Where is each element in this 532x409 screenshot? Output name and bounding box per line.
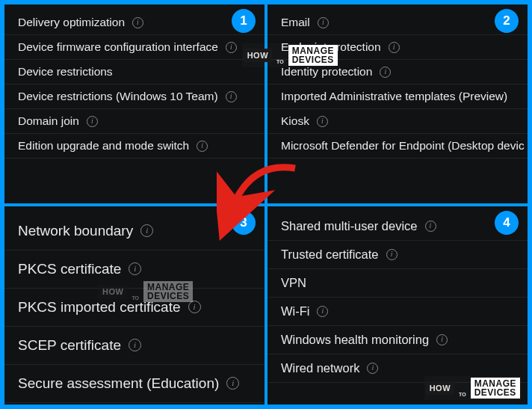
panel-1: Delivery optimizationiDevice firmware co…	[4, 4, 265, 203]
profile-type-item[interactable]: Delivery optimizationi	[4, 10, 265, 35]
badge-2: 2	[495, 9, 519, 33]
profile-type-item[interactable]: Kioski	[267, 109, 528, 134]
watermark-text: MANAGE DEVICES	[288, 45, 338, 66]
profile-type-label: Domain join	[18, 114, 79, 128]
info-icon[interactable]: i	[317, 306, 328, 317]
badge-1: 1	[232, 9, 256, 33]
badge-3: 3	[232, 211, 256, 235]
profile-type-item[interactable]: Windows health monitoringi	[267, 326, 528, 354]
profile-type-item[interactable]: Device firmware configuration interfacei	[4, 35, 265, 60]
profile-type-label: Microsoft Defender for Endpoint (Desktop…	[281, 139, 525, 153]
profile-type-item[interactable]: Microsoft Defender for Endpoint (Desktop…	[267, 134, 528, 159]
profile-type-label: Wi-Fi	[281, 304, 309, 319]
profile-type-label: Windows health monitoring	[281, 333, 429, 347]
info-icon[interactable]: i	[367, 363, 378, 374]
watermark-logo: HOW TO MANAGE DEVICES	[424, 376, 522, 400]
watermark-text: MANAGE DEVICES	[143, 281, 193, 302]
profile-type-item[interactable]: Device restrictions	[4, 60, 265, 84]
info-icon[interactable]: i	[226, 42, 237, 53]
panel-4: Shared multi-user deviceiTrusted certifi…	[267, 206, 528, 405]
profile-type-label: SCEP certificate	[18, 337, 121, 354]
watermark-logo: HOW TO MANAGE DEVICES	[242, 43, 339, 67]
info-icon[interactable]: i	[226, 377, 239, 390]
info-icon[interactable]: i	[436, 334, 448, 345]
profile-type-label: Wired network	[281, 361, 359, 375]
profile-type-label: Trusted certificate	[281, 247, 379, 262]
profile-type-item[interactable]: Trusted certificatei	[267, 241, 528, 269]
profile-type-label: Secure assessment (Education)	[18, 375, 219, 392]
profile-type-label: VPN	[281, 276, 306, 290]
profile-type-label: PKCS certificate	[18, 261, 121, 277]
profile-type-item[interactable]: Emaili	[267, 10, 528, 35]
profile-type-item[interactable]: Wi-Fii	[267, 298, 528, 326]
info-icon[interactable]: i	[425, 221, 436, 232]
info-icon[interactable]: i	[317, 116, 328, 127]
watermark-how: HOW	[99, 285, 127, 298]
profile-type-item[interactable]: VPN	[267, 269, 528, 298]
profile-type-item[interactable]: Secure assessment (Education)i	[4, 365, 265, 403]
profile-type-label: Device restrictions	[18, 65, 113, 79]
watermark-how: HOW	[244, 49, 272, 62]
info-icon[interactable]: i	[140, 224, 153, 237]
info-icon[interactable]: i	[386, 249, 398, 260]
profile-type-label: Imported Administrative templates (Previ…	[281, 90, 507, 103]
profile-type-label: Delivery optimization	[18, 16, 125, 29]
profile-type-item[interactable]: Device restrictions (Windows 10 Team)i	[4, 84, 265, 109]
profile-type-item[interactable]: SCEP certificatei	[4, 327, 265, 365]
info-icon[interactable]: i	[132, 17, 143, 28]
profile-type-label: Network boundary	[18, 223, 133, 239]
profile-type-item[interactable]: Shared multi-user devicei	[267, 212, 528, 241]
profile-type-item[interactable]: Edition upgrade and mode switchi	[4, 134, 265, 159]
info-icon[interactable]: i	[129, 339, 141, 351]
profile-type-label: Kiosk	[281, 114, 309, 128]
info-icon[interactable]: i	[318, 17, 329, 28]
profile-type-label: Email	[281, 16, 310, 29]
badge-4: 4	[495, 211, 519, 235]
watermark-to: TO	[457, 392, 468, 397]
info-icon[interactable]: i	[380, 67, 391, 78]
watermark-to: TO	[275, 59, 285, 64]
profile-type-label: Shared multi-user device	[281, 219, 418, 233]
info-icon[interactable]: i	[197, 141, 208, 152]
info-icon[interactable]: i	[129, 262, 141, 275]
watermark-how: HOW	[426, 381, 454, 395]
info-icon[interactable]: i	[389, 42, 400, 53]
profile-type-label: Device firmware configuration interface	[18, 40, 218, 54]
info-icon[interactable]: i	[226, 91, 237, 102]
info-icon[interactable]: i	[87, 116, 98, 127]
watermark-text: MANAGE DEVICES	[471, 378, 520, 399]
watermark-to: TO	[130, 295, 140, 301]
profile-type-item[interactable]: Network boundaryi	[4, 212, 265, 250]
profile-type-item[interactable]: Domain joini	[4, 109, 265, 134]
profile-type-label: Edition upgrade and mode switch	[18, 139, 189, 153]
profile-type-item[interactable]: Imported Administrative templates (Previ…	[267, 84, 528, 109]
profile-type-label: Device restrictions (Windows 10 Team)	[18, 90, 218, 103]
panel-2: EmailiEndpoint protectioniIdentity prote…	[267, 4, 528, 203]
watermark-logo: HOW TO MANAGE DEVICES	[97, 280, 194, 304]
panel-3: Network boundaryiPKCS certificateiPKCS i…	[4, 206, 265, 405]
